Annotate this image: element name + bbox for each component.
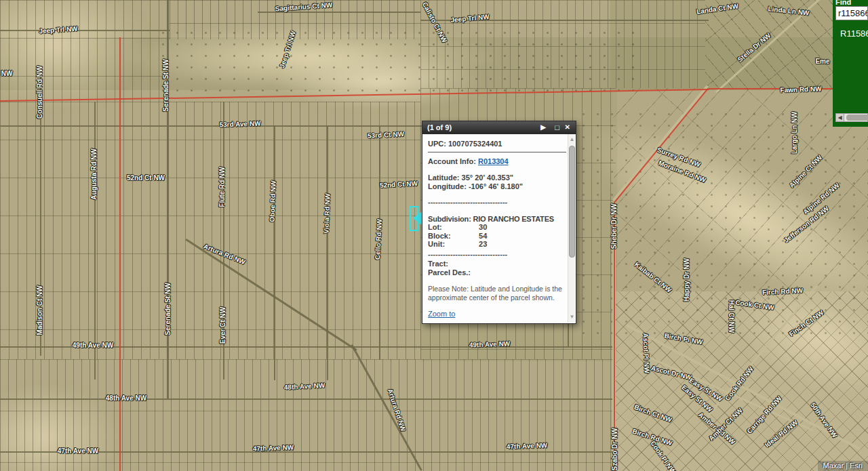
- tract-row: Tract:: [428, 260, 566, 268]
- next-result-icon[interactable]: ▶: [540, 123, 546, 132]
- street-label: Easy St NW: [680, 384, 714, 413]
- map-texture: [0, 37, 868, 90]
- scroll-left-icon[interactable]: ◀: [836, 114, 844, 121]
- scroll-up-icon[interactable]: ▲: [568, 136, 576, 144]
- latitude-label: Latitude:: [428, 173, 459, 182]
- road-line: [40, 75, 41, 356]
- street-label: Serenade St NW: [164, 283, 172, 335]
- upc-value: 1007075324401: [448, 140, 502, 148]
- road-line: [167, 0, 169, 398]
- find-input[interactable]: [835, 6, 868, 20]
- street-label: 48th Ave NW: [284, 382, 326, 391]
- street-label: Alpine Ct NW: [788, 154, 824, 190]
- map-texture: [610, 0, 868, 90]
- street-label: Ever Ct NW: [219, 307, 226, 344]
- street-label: Sheber Dr NW: [610, 203, 618, 249]
- street-label: 53rd Ct NW: [368, 130, 404, 140]
- street-label: Alpine Rd NW: [802, 182, 841, 216]
- road-line: [274, 126, 275, 380]
- dashed-separator: --------------------------------: [428, 198, 566, 207]
- road-line: [0, 346, 616, 348]
- subdivision-label: Subdivision:: [428, 215, 471, 223]
- account-link[interactable]: R013304: [478, 157, 509, 165]
- longitude-value: -106° 46' 8.180": [469, 182, 523, 190]
- dashed-separator: --------------------------------: [428, 250, 566, 259]
- section-line: [119, 37, 121, 471]
- arroyo-wash: [0, 0, 149, 108]
- longitude-label: Longitude:: [428, 182, 467, 190]
- street-label: 52nd Ct NW: [127, 174, 165, 182]
- zoom-to-link[interactable]: Zoom to: [428, 310, 455, 319]
- street-label: Amber Rd NW: [697, 411, 737, 446]
- upc-row: UPC: 1007075324401: [428, 140, 566, 148]
- road-line: [612, 85, 709, 201]
- lot-row: Lot: 30: [428, 223, 566, 232]
- parcel-grid: [420, 0, 705, 88]
- street-label: Jeep Trl NW: [39, 25, 78, 35]
- block-row: Block: 54: [428, 232, 566, 241]
- road-line: [612, 202, 616, 471]
- street-label: Szabo Dr NW: [611, 428, 618, 471]
- street-label: Flute Rd NW: [218, 167, 226, 207]
- parcel-grid: [0, 0, 170, 102]
- road-line: [258, 12, 420, 13]
- street-label: Birch Ct NW: [633, 403, 673, 424]
- parcel-grid: [614, 88, 868, 291]
- street-label: Calisto Ct NW: [421, 1, 449, 44]
- street-label: Serenade St NW: [162, 59, 170, 111]
- scrollbar-thumb[interactable]: [569, 146, 575, 258]
- divider: [428, 152, 566, 152]
- arroyo-wash: [122, 24, 502, 91]
- road-line: [0, 398, 616, 400]
- popup-titlebar[interactable]: (1 of 9) ▶ □ ✕: [422, 121, 576, 134]
- find-horizontal-scrollbar[interactable]: ◀: [835, 113, 868, 122]
- arroyo-wash: [271, 54, 488, 108]
- popup-scrollbar[interactable]: ▲ ▼: [568, 134, 575, 323]
- account-row: Account Info: R013304: [428, 157, 566, 166]
- street-label: 47th Ave NW: [58, 447, 98, 455]
- scroll-down-icon[interactable]: ▼: [568, 313, 576, 321]
- road-line: [0, 30, 170, 31]
- map-attribution: Maxar | Esri: [818, 461, 868, 471]
- street-label: Ascot Pl NW: [642, 333, 650, 373]
- road-line: [379, 126, 380, 360]
- map-texture: [156, 27, 644, 98]
- street-label: Landa Ct NW: [696, 2, 738, 16]
- map-texture: [614, 291, 868, 471]
- road-line: [94, 102, 96, 380]
- latitude-value: 35° 20' 40.353": [462, 173, 513, 182]
- street-label: Birch Rd NW: [631, 427, 673, 447]
- scrollbar-thumb[interactable]: [846, 115, 868, 121]
- street-label: 48th Ave NW: [106, 394, 146, 402]
- parcel-grid: [614, 291, 868, 471]
- parcel-des-row: Parcel Des.:: [428, 268, 566, 277]
- gis-map-viewer: Sagittarius Ct NWJeep Trl NWCalisto Ct N…: [0, 0, 868, 471]
- street-label: Easy St NW: [688, 377, 724, 403]
- latitude-row: Latitude: 35° 20' 40.353": [428, 173, 566, 182]
- street-label: Jefferson Rd NW: [783, 205, 830, 244]
- maximize-icon[interactable]: □: [555, 123, 559, 132]
- arroyo-wash: [0, 386, 122, 471]
- street-label: Madison Ct NW: [36, 285, 43, 335]
- street-label: Cook Rd NW: [724, 365, 755, 402]
- street-label: Amber Ct NW: [707, 407, 744, 443]
- street-label: Augusta Rd NW: [90, 148, 98, 200]
- subdivision-row: Subdivision: RIO RANCHO ESTATES: [428, 215, 566, 224]
- street-label: Fawn Rd NW: [780, 85, 821, 94]
- unit-value: 23: [479, 240, 487, 248]
- section-line: [614, 88, 709, 203]
- find-panel-title: Find: [835, 0, 868, 5]
- road-line: [626, 324, 861, 451]
- road-line: [223, 102, 224, 380]
- street-label: Finch Ct NW: [788, 308, 825, 337]
- upc-label: UPC:: [428, 140, 446, 148]
- street-label: Carrige Rd NW: [745, 394, 783, 435]
- close-icon[interactable]: ✕: [565, 123, 570, 132]
- street-label: Happy Dr NW: [683, 258, 690, 302]
- section-line: [0, 89, 709, 102]
- street-label: Surrey Rd NW: [656, 146, 702, 168]
- find-result-item[interactable]: R115866: [840, 28, 868, 39]
- street-label: 52nd Ct NW: [380, 180, 418, 189]
- street-label: Ascot Dr NW: [650, 364, 692, 381]
- road-line: [185, 239, 357, 351]
